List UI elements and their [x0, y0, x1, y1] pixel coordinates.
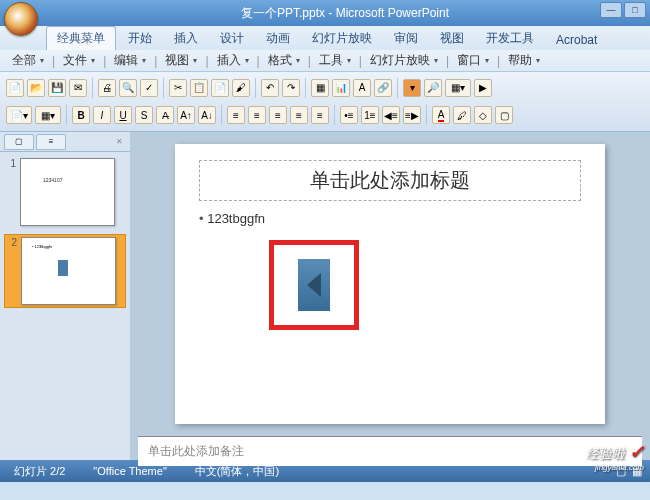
thumb-preview: • 123tbggfn [21, 237, 116, 305]
thumb-preview: 1234107 [20, 158, 115, 226]
open-icon[interactable]: 📂 [27, 79, 45, 97]
thumb-number: 1 [6, 158, 16, 226]
layout-icon[interactable]: ▦▾ [35, 106, 61, 124]
tab-view[interactable]: 视图 [430, 27, 474, 50]
zoom-icon[interactable]: ▦▾ [445, 79, 471, 97]
preview-icon[interactable]: 🔍 [119, 79, 137, 97]
bullets-icon[interactable]: •≡ [340, 106, 358, 124]
new-slide-icon[interactable]: 📄▾ [6, 106, 32, 124]
table-icon[interactable]: ▦ [311, 79, 329, 97]
slides-tab[interactable]: ▢ [4, 134, 34, 150]
slide-area: 单击此处添加标题 123tbggfn 单击此处添加备注 [130, 132, 650, 460]
bullet-text[interactable]: 123tbggfn [199, 211, 581, 226]
thumbnail-1[interactable]: 1 1234107 [4, 156, 126, 228]
font-color-icon[interactable]: A [432, 106, 450, 124]
menu-help[interactable]: 帮助 [504, 50, 544, 71]
justify-icon[interactable]: ≡ [290, 106, 308, 124]
slide: 单击此处添加标题 123tbggfn [175, 144, 605, 424]
minimize-button[interactable]: — [600, 2, 622, 18]
redo-icon[interactable]: ↷ [282, 79, 300, 97]
status-language[interactable]: 中文(简体，中国) [189, 462, 285, 481]
distribute-icon[interactable]: ≡ [311, 106, 329, 124]
mail-icon[interactable]: ✉ [69, 79, 87, 97]
strike-icon[interactable]: A̶ [156, 106, 174, 124]
numbering-icon[interactable]: 1≡ [361, 106, 379, 124]
outline-tab[interactable]: ≡ [36, 134, 66, 150]
color-icon[interactable]: ▾ [403, 79, 421, 97]
classic-menu-bar: 全部 | 文件 | 编辑 | 视图 | 插入 | 格式 | 工具 | 幻灯片放映… [0, 50, 650, 72]
title-placeholder[interactable]: 单击此处添加标题 [199, 160, 581, 201]
underline-icon[interactable]: U [114, 106, 132, 124]
undo-icon[interactable]: ↶ [261, 79, 279, 97]
title-bar: 复一个PPT.pptx - Microsoft PowerPoint — □ [0, 0, 650, 26]
print-icon[interactable]: 🖨 [98, 79, 116, 97]
action-button-back[interactable] [298, 259, 330, 311]
tab-slideshow[interactable]: 幻灯片放映 [302, 27, 382, 50]
toolbar: 📄 📂 💾 ✉ 🖨 🔍 ✓ ✂ 📋 📄 🖌 ↶ ↷ ▦ 📊 A 🔗 ▾ 🔎 ▦▾… [0, 72, 650, 132]
status-theme: "Office Theme" [87, 463, 172, 479]
window-title: 复一个PPT.pptx - Microsoft PowerPoint [241, 5, 449, 22]
tab-animation[interactable]: 动画 [256, 27, 300, 50]
slides-panel: ▢ ≡ ✕ 1 1234107 2 • 123tbggfn [0, 132, 130, 460]
tab-insert[interactable]: 插入 [164, 27, 208, 50]
check-icon: ✓ [629, 442, 644, 462]
format-painter-icon[interactable]: 🖌 [232, 79, 250, 97]
menu-insert[interactable]: 插入 [213, 50, 253, 71]
thumbnail-2[interactable]: 2 • 123tbggfn [4, 234, 126, 308]
find-icon[interactable]: 🔎 [424, 79, 442, 97]
align-left-icon[interactable]: ≡ [227, 106, 245, 124]
tab-classic-menu[interactable]: 经典菜单 [46, 26, 116, 50]
paste-icon[interactable]: 📄 [211, 79, 229, 97]
tab-home[interactable]: 开始 [118, 27, 162, 50]
tab-acrobat[interactable]: Acrobat [546, 30, 607, 50]
menu-view[interactable]: 视图 [161, 50, 201, 71]
menu-edit[interactable]: 编辑 [110, 50, 150, 71]
red-highlight-box [269, 240, 359, 330]
copy-icon[interactable]: 📋 [190, 79, 208, 97]
thumb-number: 2 [7, 237, 17, 305]
spell-icon[interactable]: ✓ [140, 79, 158, 97]
indent-more-icon[interactable]: ≡▶ [403, 106, 421, 124]
panel-close-icon[interactable]: ✕ [112, 134, 126, 150]
slideshow-icon[interactable]: ▶ [474, 79, 492, 97]
ribbon-tabs: 经典菜单 开始 插入 设计 动画 幻灯片放映 审阅 视图 开发工具 Acroba… [0, 26, 650, 50]
italic-icon[interactable]: I [93, 106, 111, 124]
align-right-icon[interactable]: ≡ [269, 106, 287, 124]
slide-canvas[interactable]: 单击此处添加标题 123tbggfn [130, 132, 650, 436]
tab-review[interactable]: 审阅 [384, 27, 428, 50]
menu-all[interactable]: 全部 [8, 50, 48, 71]
hyperlink-icon[interactable]: 🔗 [374, 79, 392, 97]
chart-icon[interactable]: 📊 [332, 79, 350, 97]
tab-devtools[interactable]: 开发工具 [476, 27, 544, 50]
save-icon[interactable]: 💾 [48, 79, 66, 97]
panel-tabs: ▢ ≡ ✕ [0, 132, 130, 152]
new-icon[interactable]: 📄 [6, 79, 24, 97]
font-shrink-icon[interactable]: A↓ [198, 106, 216, 124]
menu-slideshow[interactable]: 幻灯片放映 [366, 50, 442, 71]
indent-less-icon[interactable]: ◀≡ [382, 106, 400, 124]
toolbar-row-1: 📄 📂 💾 ✉ 🖨 🔍 ✓ ✂ 📋 📄 🖌 ↶ ↷ ▦ 📊 A 🔗 ▾ 🔎 ▦▾… [6, 76, 644, 100]
arrange-icon[interactable]: ▢ [495, 106, 513, 124]
font-grow-icon[interactable]: A↑ [177, 106, 195, 124]
office-button[interactable] [4, 2, 38, 36]
tab-design[interactable]: 设计 [210, 27, 254, 50]
menu-tools[interactable]: 工具 [315, 50, 355, 71]
highlight-icon[interactable]: 🖊 [453, 106, 471, 124]
align-center-icon[interactable]: ≡ [248, 106, 266, 124]
watermark: 经验啦 ✓ jingyanla.com [586, 441, 644, 472]
textbox-icon[interactable]: A [353, 79, 371, 97]
status-slide-info: 幻灯片 2/2 [8, 462, 71, 481]
menu-window[interactable]: 窗口 [453, 50, 493, 71]
menu-format[interactable]: 格式 [264, 50, 304, 71]
bold-icon[interactable]: B [72, 106, 90, 124]
shadow-icon[interactable]: S [135, 106, 153, 124]
maximize-button[interactable]: □ [624, 2, 646, 18]
menu-file[interactable]: 文件 [59, 50, 99, 71]
cut-icon[interactable]: ✂ [169, 79, 187, 97]
shapes-icon[interactable]: ◇ [474, 106, 492, 124]
thumbnails: 1 1234107 2 • 123tbggfn [0, 152, 130, 460]
workspace: ▢ ≡ ✕ 1 1234107 2 • 123tbggfn 单击此处添加 [0, 132, 650, 460]
toolbar-row-2: 📄▾ ▦▾ B I U S A̶ A↑ A↓ ≡ ≡ ≡ ≡ ≡ •≡ 1≡ ◀… [6, 104, 644, 128]
